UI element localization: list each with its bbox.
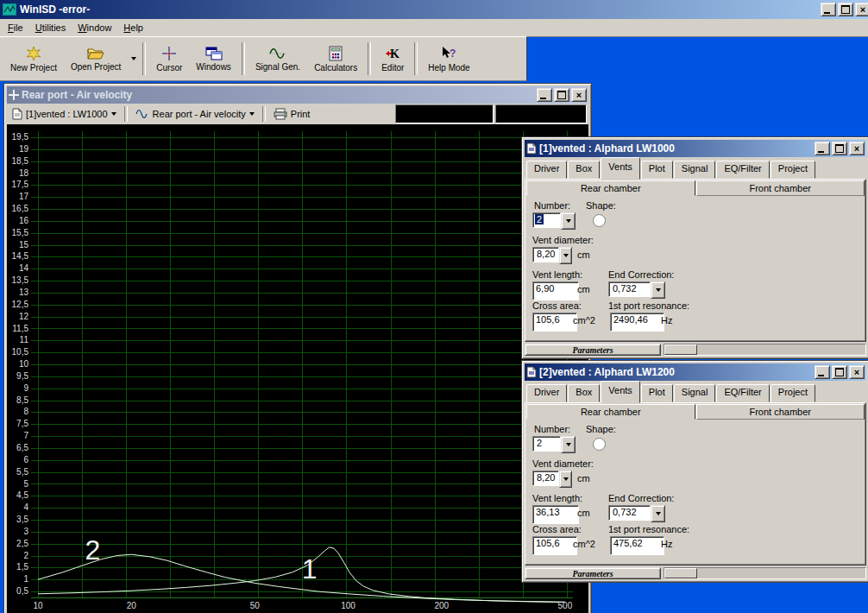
window-title: [1]vented : Alphard LW1000 <box>539 142 812 155</box>
end-correction-label: End Correction: <box>608 269 674 280</box>
editor-button[interactable]: K Editor <box>374 41 411 76</box>
tab-signal[interactable]: Signal <box>674 384 716 402</box>
tab-eq-filter[interactable]: EQ/Filter <box>716 384 769 402</box>
vent-diameter-combo[interactable]: 8,20 <box>532 247 572 262</box>
svg-text:5: 5 <box>23 479 28 489</box>
tab-project[interactable]: Project <box>771 384 815 402</box>
chevron-down-icon[interactable] <box>561 212 576 230</box>
svg-text:3: 3 <box>23 527 28 536</box>
window-titlebar[interactable]: [1]vented : Alphard LW1000 × <box>525 140 866 157</box>
tab-signal[interactable]: Signal <box>674 161 716 179</box>
close-button[interactable]: × <box>849 142 865 155</box>
tab-driver[interactable]: Driver <box>526 161 567 179</box>
toolbar-separator <box>414 42 418 75</box>
close-button[interactable]: × <box>855 3 868 16</box>
end-correction-combo[interactable]: 0,732 <box>608 281 665 297</box>
maximize-button[interactable] <box>838 3 853 16</box>
tab-front-chamber[interactable]: Front chamber <box>696 180 865 196</box>
print-button[interactable]: Print <box>270 105 314 123</box>
vent-diameter-combo[interactable]: 8,20 <box>532 471 572 486</box>
graph-selector[interactable]: Rear port - Air velocity <box>132 105 258 123</box>
calculators-button[interactable]: Calculators <box>307 41 364 76</box>
port-resonance-input[interactable]: 2490,46 <box>610 313 664 332</box>
chevron-down-icon[interactable] <box>559 247 572 264</box>
number-combo[interactable]: 2 <box>532 436 576 452</box>
vent-length-label: Vent length: <box>532 493 582 503</box>
minimize-button[interactable] <box>537 88 552 102</box>
tab-project[interactable]: Project <box>771 161 815 179</box>
svg-text:7,5: 7,5 <box>16 419 28 428</box>
tab-box[interactable]: Box <box>568 161 600 179</box>
menu-file[interactable]: File <box>2 20 29 35</box>
tab-rear-chamber[interactable]: Rear chamber <box>526 404 695 420</box>
svg-text:3,5: 3,5 <box>16 515 28 524</box>
cross-area-input[interactable]: 105,6 <box>532 536 577 555</box>
tab-plot[interactable]: Plot <box>641 161 673 179</box>
vent-length-input[interactable]: 36,13 <box>532 505 579 524</box>
vent-length-input[interactable]: 6,90 <box>532 281 579 300</box>
horizontal-scrollbar[interactable] <box>664 567 866 579</box>
chevron-down-icon[interactable] <box>651 505 665 522</box>
project-selector[interactable]: [1]vented : LW1000 <box>9 105 120 123</box>
svg-text:4,5: 4,5 <box>16 490 28 500</box>
horizontal-scrollbar[interactable] <box>664 344 866 356</box>
air-velocity-plot[interactable]: 210,511,522,533,544,555,566,577,588,599,… <box>7 124 582 613</box>
cross-area-input[interactable]: 105,6 <box>532 313 577 332</box>
tab-driver[interactable]: Driver <box>526 384 567 402</box>
svg-text:8: 8 <box>23 407 28 416</box>
signal-gen-button[interactable]: Signal Gen. <box>248 41 307 76</box>
maximize-button[interactable] <box>832 365 847 379</box>
parameters-button[interactable]: Parameters <box>525 344 661 356</box>
shape-circle-icon[interactable] <box>593 214 606 227</box>
tab-vents[interactable]: Vents <box>601 157 640 180</box>
project-window-2: [2]vented : Alphard LW1200 × Driver Box … <box>521 360 868 583</box>
minimize-button[interactable] <box>821 3 836 16</box>
minimize-button[interactable] <box>815 142 830 155</box>
help-mode-button[interactable]: ? Help Mode <box>421 41 476 76</box>
vents-form: Number: Shape: 2 Vent diameter: 8,20 cm … <box>525 420 865 565</box>
port-resonance-input[interactable]: 475,62 <box>610 536 664 555</box>
close-button[interactable]: × <box>849 365 865 379</box>
new-project-button[interactable]: New Project <box>3 41 64 76</box>
chart-window-titlebar[interactable]: Rear port - Air velocity × <box>7 86 588 104</box>
window-titlebar[interactable]: [2]vented : Alphard LW1200 × <box>525 363 866 381</box>
maximize-button[interactable] <box>832 142 847 155</box>
scrollbar-thumb[interactable] <box>664 344 697 355</box>
chevron-down-icon[interactable] <box>651 281 665 299</box>
tab-eq-filter[interactable]: EQ/Filter <box>716 161 769 179</box>
tab-plot[interactable]: Plot <box>641 384 673 402</box>
open-project-icon <box>87 47 104 60</box>
vent-length-label: Vent length: <box>532 269 582 280</box>
number-label: Number: <box>534 200 570 211</box>
tab-rear-chamber[interactable]: Rear chamber <box>526 180 695 196</box>
minimize-button[interactable] <box>815 365 830 379</box>
tab-vents[interactable]: Vents <box>601 381 640 403</box>
vent-length-unit: cm <box>577 284 590 294</box>
chevron-down-icon <box>111 112 116 116</box>
maximize-button[interactable] <box>554 88 569 102</box>
open-project-dropdown[interactable] <box>128 41 139 76</box>
end-correction-combo[interactable]: 0,732 <box>608 505 665 521</box>
menu-window[interactable]: Window <box>72 20 117 35</box>
open-project-button[interactable]: Open Project <box>64 41 128 76</box>
menu-utilities[interactable]: Utilities <box>29 20 72 35</box>
scrollbar-thumb[interactable] <box>664 568 697 578</box>
svg-text:10,5: 10,5 <box>12 347 29 357</box>
parameters-button[interactable]: Parameters <box>525 567 661 579</box>
shape-circle-icon[interactable] <box>593 438 606 451</box>
svg-text:0,5: 0,5 <box>16 586 28 596</box>
svg-text:4: 4 <box>23 502 28 512</box>
window-title: [2]vented : Alphard LW1200 <box>539 366 812 378</box>
cursor-button[interactable]: Cursor <box>149 41 189 76</box>
chevron-down-icon[interactable] <box>561 436 576 453</box>
menu-help[interactable]: Help <box>117 20 149 35</box>
windows-button[interactable]: Windows <box>189 41 238 76</box>
close-button[interactable]: × <box>571 88 587 102</box>
app-icon <box>3 3 16 16</box>
app-titlebar[interactable]: WinISD -error- × <box>0 0 868 19</box>
tab-box[interactable]: Box <box>568 384 600 402</box>
chevron-down-icon[interactable] <box>559 471 572 488</box>
tab-front-chamber[interactable]: Front chamber <box>696 404 865 420</box>
number-combo[interactable]: 2 <box>532 212 576 228</box>
svg-text:5,5: 5,5 <box>16 467 28 477</box>
